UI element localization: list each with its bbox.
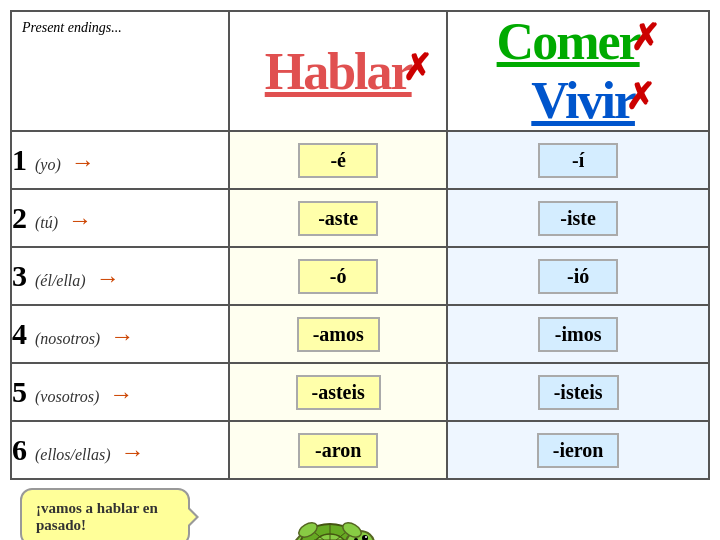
er-ir-ending-5: -isteis	[447, 363, 709, 421]
arrow-inline: →	[96, 265, 120, 291]
table-row: 6 (ellos/ellas) → -aron-ieron	[11, 421, 709, 479]
ar-ending-box: -aron	[298, 433, 378, 468]
turtle-image	[260, 488, 400, 540]
er-ir-ending-box: -ieron	[537, 433, 620, 468]
row-label-5: 5 (vosotros) →	[11, 363, 229, 421]
row-pronoun: (vosotros)	[35, 388, 99, 405]
er-ir-ending-4: -imos	[447, 305, 709, 363]
row-label-6: 6 (ellos/ellas) →	[11, 421, 229, 479]
conjugation-table: Present endings... Hablar✗ Comer✗ Vivir✗…	[10, 10, 710, 480]
row-number: 6	[12, 433, 27, 467]
row-number: 5	[12, 375, 27, 409]
footer-area: ¡vamos a hablar en pasado!	[0, 488, 720, 540]
ar-ending-box: -é	[298, 143, 378, 178]
vivir-title: Vivir✗	[531, 72, 635, 129]
ar-ending-1: -é	[229, 131, 447, 189]
row-pronoun: (tú)	[35, 214, 58, 231]
header-label: Present endings...	[11, 11, 229, 131]
table-row: 5 (vosotros) → -asteis-isteis	[11, 363, 709, 421]
row-number: 4	[12, 317, 27, 351]
er-ir-ending-1: -í	[447, 131, 709, 189]
er-ir-ending-2: -iste	[447, 189, 709, 247]
svg-point-9	[365, 536, 367, 538]
row-label-1: 1 (yo) →	[11, 131, 229, 189]
ar-ending-box: -asteis	[296, 375, 381, 410]
hablar-title: Hablar✗	[265, 43, 412, 100]
ar-ending-box: -ó	[298, 259, 378, 294]
row-pronoun: (yo)	[35, 156, 61, 173]
header-hablar-cell: Hablar✗	[229, 11, 447, 131]
er-ir-ending-6: -ieron	[447, 421, 709, 479]
table-row: 2 (tú) → -aste-iste	[11, 189, 709, 247]
row-number: 1	[12, 143, 27, 177]
table-row: 1 (yo) → -é-í	[11, 131, 709, 189]
er-ir-ending-box: -iste	[538, 201, 618, 236]
ar-ending-box: -aste	[298, 201, 378, 236]
er-ir-ending-3: -ió	[447, 247, 709, 305]
row-label-3: 3 (él/ella) →	[11, 247, 229, 305]
row-label-2: 2 (tú) →	[11, 189, 229, 247]
er-ir-ending-box: -isteis	[538, 375, 619, 410]
hablar-text: Hablar	[265, 43, 412, 100]
arrow-inline: →	[109, 381, 133, 407]
er-ir-ending-box: -ió	[538, 259, 618, 294]
arrow-inline: →	[71, 149, 95, 175]
er-ir-ending-box: -í	[538, 143, 618, 178]
row-pronoun: (nosotros)	[35, 330, 100, 347]
ar-ending-2: -aste	[229, 189, 447, 247]
comer-title: Comer✗	[497, 13, 640, 70]
bubble-text: ¡vamos a hablar en pasado!	[36, 500, 158, 533]
row-number: 3	[12, 259, 27, 293]
row-pronoun: (ellos/ellas)	[35, 446, 111, 463]
table-row: 4 (nosotros) → -amos-imos	[11, 305, 709, 363]
speech-bubble: ¡vamos a hablar en pasado!	[20, 488, 190, 540]
arrow-inline: →	[121, 439, 145, 465]
ar-ending-3: -ó	[229, 247, 447, 305]
er-ir-ending-box: -imos	[538, 317, 618, 352]
ar-ending-box: -amos	[297, 317, 380, 352]
header-comer-vivir-cell: Comer✗ Vivir✗	[447, 11, 709, 131]
ar-ending-6: -aron	[229, 421, 447, 479]
ar-ending-5: -asteis	[229, 363, 447, 421]
arrow-inline: →	[110, 323, 134, 349]
comer-text: Comer	[497, 13, 640, 70]
table-row: 3 (él/ella) → -ó-ió	[11, 247, 709, 305]
ar-ending-4: -amos	[229, 305, 447, 363]
row-pronoun: (él/ella)	[35, 272, 86, 289]
row-number: 2	[12, 201, 27, 235]
row-label-4: 4 (nosotros) →	[11, 305, 229, 363]
vivir-text: Vivir	[531, 72, 635, 129]
arrow-inline: →	[68, 207, 92, 233]
